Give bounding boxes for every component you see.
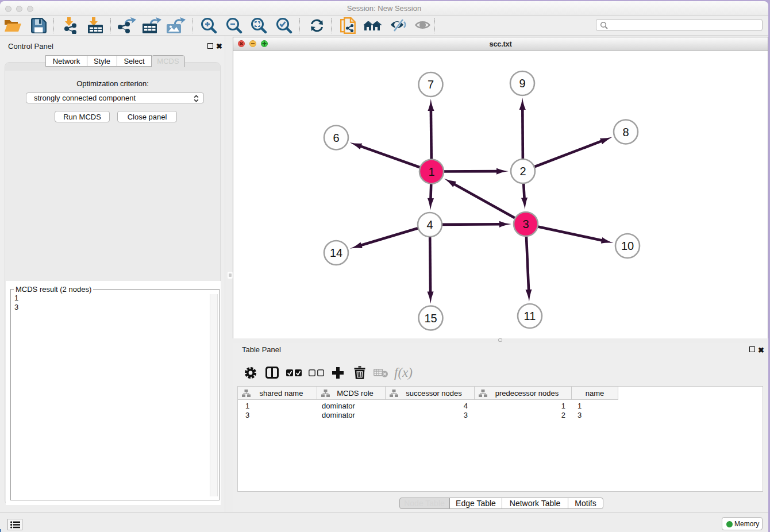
svg-text:1: 1 xyxy=(428,165,434,178)
svg-text:11: 11 xyxy=(524,310,536,322)
svg-text:4: 4 xyxy=(426,218,433,231)
svg-text:15: 15 xyxy=(424,312,437,325)
svg-text:9: 9 xyxy=(519,77,525,90)
svg-text:6: 6 xyxy=(333,132,339,144)
svg-text:14: 14 xyxy=(330,246,342,259)
svg-text:3: 3 xyxy=(522,218,529,230)
svg-text:10: 10 xyxy=(621,240,634,252)
svg-text:8: 8 xyxy=(622,126,629,138)
svg-text:2: 2 xyxy=(519,165,526,178)
svg-text:7: 7 xyxy=(428,78,434,91)
